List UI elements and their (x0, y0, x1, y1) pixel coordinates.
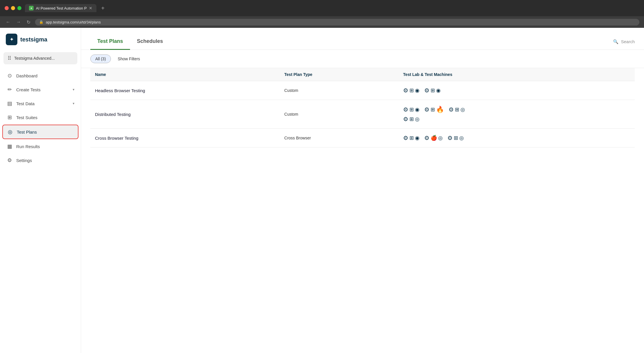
logo-icon: ✦ (6, 34, 17, 45)
gear-icon: ⚙ (403, 116, 408, 123)
test-plans-table: Name Test Plan Type Test Lab & Test Mach… (90, 68, 635, 148)
test-plan-link[interactable]: Cross Browser Testing (95, 136, 138, 141)
safari-icon: ◎ (438, 135, 443, 141)
table-row: Cross Browser Testing Cross Browser ⚙ ⊞ … (90, 129, 635, 148)
chevron-down-icon: ▾ (73, 88, 74, 92)
refresh-button[interactable]: ↻ (25, 18, 32, 26)
maximize-button[interactable] (17, 6, 21, 10)
test-plan-type-cell: Cross Browser (280, 129, 398, 148)
test-plan-machines-cell: ⚙ ⊞ ◉ ⚙ 🍎 ◎ ⚙ (398, 129, 635, 148)
col-machines: Test Lab & Test Machines (398, 68, 635, 81)
chrome-icon: ◉ (415, 106, 420, 113)
chevron-down-icon: ▾ (73, 101, 74, 105)
test-plans-icon: ◎ (7, 129, 13, 135)
machine-set: ⚙ ⊞ ◉ (424, 87, 441, 94)
main-tabs: Test Plans Schedules (90, 34, 170, 50)
sidebar-item-test-data[interactable]: ▤ Test Data ▾ (2, 97, 78, 110)
gear-icon: ⚙ (424, 87, 429, 94)
chrome-icon: ◉ (415, 87, 420, 94)
sidebar-item-settings[interactable]: ⚙ Settings (2, 154, 78, 167)
sidebar-item-dashboard[interactable]: ⊙ Dashboard (2, 69, 78, 82)
machines-group: ⚙ ⊞ ◎ (403, 116, 630, 123)
tab-schedules[interactable]: Schedules (130, 34, 170, 50)
machine-set: ⚙ ⊞ 🔥 (424, 106, 444, 113)
gear-icon: ⚙ (447, 134, 453, 141)
test-plan-name-cell: Headless Browser Testing (90, 81, 280, 100)
tab-schedules-label: Schedules (137, 38, 163, 44)
show-filters-button[interactable]: Show Filters (114, 55, 144, 63)
test-data-icon: ▤ (6, 100, 13, 107)
tab-test-plans[interactable]: Test Plans (90, 34, 130, 50)
sidebar-item-label: Create Tests (16, 87, 41, 92)
address-text: app.testsigma.com/ui/td/34/plans (46, 20, 101, 24)
chrome-icon: ◉ (436, 87, 441, 94)
gear-icon: ⚙ (424, 134, 429, 141)
test-plan-link[interactable]: Distributed Testing (95, 112, 131, 117)
sidebar-item-label: Dashboard (16, 73, 37, 78)
firefox-icon: 🔥 (436, 106, 444, 113)
test-plan-link[interactable]: Headless Browser Testing (95, 88, 145, 93)
all-filter-badge[interactable]: All (3) (90, 54, 111, 63)
machine-set: ⚙ ⊞ ◉ (403, 134, 420, 141)
gear-icon: ⚙ (449, 106, 454, 113)
gear-icon: ⚙ (403, 106, 408, 113)
app-container: ✦ testsigma ⠿ Testsigma Advanced... ⊙ Da… (0, 28, 644, 353)
windows-icon: ⊞ (454, 135, 458, 141)
toolbar: All (3) Show Filters (81, 50, 644, 68)
machines-group: ⚙ ⊞ ◉ ⚙ 🍎 ◎ ⚙ (403, 134, 630, 141)
chrome-icon: ◉ (415, 135, 420, 141)
machines-group: ⚙ ⊞ ◉ ⚙ ⊞ 🔥 (403, 106, 630, 113)
workspace-button[interactable]: ⠿ Testsigma Advanced... (3, 52, 77, 64)
tab-bar: ✦ AI Powered Test Automation P ✕ + (25, 4, 639, 12)
close-button[interactable] (5, 6, 9, 10)
tab-favicon: ✦ (29, 6, 34, 10)
windows-icon: ⊞ (409, 135, 414, 141)
sidebar-nav: ⊙ Dashboard ✏ Create Tests ▾ ▤ Test Data… (0, 69, 81, 167)
traffic-lights (5, 6, 21, 10)
sidebar-item-test-plans[interactable]: ◎ Test Plans (2, 125, 78, 139)
search-area[interactable]: 🔍 Search (613, 39, 635, 44)
machine-set: ⚙ ⊞ ◎ (449, 106, 465, 113)
windows-icon: ⊞ (431, 106, 435, 113)
address-bar[interactable]: 🔒 app.testsigma.com/ui/td/34/plans (35, 19, 639, 26)
workspace-label: Testsigma Advanced... (14, 56, 55, 61)
col-name: Name (90, 68, 280, 81)
sidebar-item-test-suites[interactable]: ⊞ Test Suites (2, 111, 78, 124)
sidebar: ✦ testsigma ⠿ Testsigma Advanced... ⊙ Da… (0, 28, 81, 353)
forward-button[interactable]: → (15, 18, 22, 26)
minimize-button[interactable] (11, 6, 15, 10)
edge-icon: ◎ (459, 135, 464, 141)
browser-tab[interactable]: ✦ AI Powered Test Automation P ✕ (25, 4, 96, 12)
search-label: Search (621, 39, 635, 44)
sidebar-item-run-results[interactable]: ▦ Run Results (2, 140, 78, 153)
gear-icon: ⚙ (403, 134, 408, 141)
edge-icon: ◎ (460, 106, 465, 113)
tab-close-button[interactable]: ✕ (89, 6, 92, 10)
machine-set: ⚙ ⊞ ◉ (403, 106, 420, 113)
back-button[interactable]: ← (5, 18, 12, 26)
browser-nav-bar: ← → ↻ 🔒 app.testsigma.com/ui/td/34/plans (0, 16, 644, 28)
test-plan-type-cell: Custom (280, 81, 398, 100)
machine-set: ⚙ 🍎 ◎ (424, 134, 443, 141)
test-plan-name-cell: Cross Browser Testing (90, 129, 280, 148)
create-tests-icon: ✏ (6, 86, 13, 93)
machines-groups: ⚙ ⊞ ◉ ⚙ ⊞ 🔥 (403, 106, 630, 123)
gear-icon: ⚙ (424, 106, 429, 113)
windows-icon: ⊞ (431, 87, 435, 94)
windows-icon: ⊞ (455, 106, 459, 113)
sidebar-item-label: Run Results (16, 144, 40, 149)
windows-icon: ⊞ (409, 87, 414, 94)
search-icon: 🔍 (613, 39, 619, 44)
sidebar-item-label: Test Data (16, 101, 34, 106)
machines-group: ⚙ ⊞ ◉ ⚙ ⊞ ◉ (403, 87, 630, 94)
sidebar-item-label: Test Plans (17, 130, 37, 134)
edge-icon: ◎ (415, 116, 420, 122)
test-plan-machines-cell: ⚙ ⊞ ◉ ⚙ ⊞ ◉ (398, 81, 635, 100)
test-suites-icon: ⊞ (6, 114, 13, 121)
settings-icon: ⚙ (6, 157, 13, 163)
new-tab-button[interactable]: + (99, 5, 107, 12)
main-content: Test Plans Schedules 🔍 Search All (3) Sh… (81, 28, 644, 353)
sidebar-item-create-tests[interactable]: ✏ Create Tests ▾ (2, 83, 78, 96)
table-body: Headless Browser Testing Custom ⚙ ⊞ ◉ (90, 81, 635, 148)
apple-icon: 🍎 (431, 135, 437, 141)
